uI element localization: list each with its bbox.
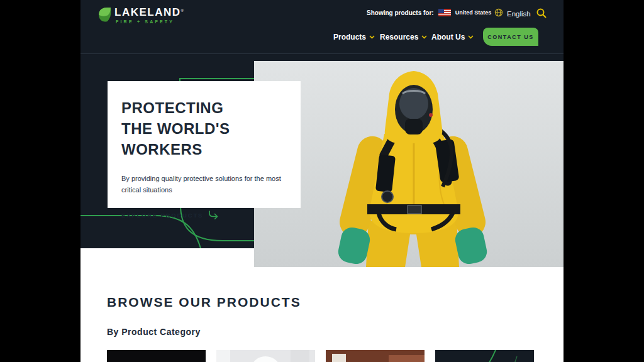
hero-text-card: PROTECTING THE WORLD'S WORKERS By provid…: [108, 81, 301, 208]
nav-item-resources[interactable]: Resources: [380, 33, 427, 41]
language-label: English: [507, 10, 531, 18]
site-header: LAKELAND® FIRE + SAFETY Showing products…: [80, 0, 564, 54]
us-flag-icon: [438, 9, 451, 16]
red-hard-hat-image: [326, 350, 425, 362]
nav-item-about-us[interactable]: About Us: [431, 33, 474, 41]
region-value: United States: [455, 9, 492, 16]
explore-products-link[interactable]: EXPLORE PRODUCTS: [121, 211, 287, 219]
category-card-abstract[interactable]: [435, 350, 534, 362]
arrow-right-icon: [208, 211, 219, 219]
brand-logo[interactable]: LAKELAND® FIRE + SAFETY: [97, 7, 184, 25]
search-icon: [536, 8, 547, 18]
globe-icon: [494, 8, 503, 19]
brand-tagline: FIRE + SAFETY: [116, 19, 184, 24]
chevron-down-icon: [421, 35, 427, 39]
nav-item-products[interactable]: Products: [333, 33, 375, 41]
brand-name: LAKELAND: [114, 6, 181, 18]
region-selector[interactable]: Showing products for: United States: [367, 9, 491, 16]
browse-section-title: BROWSE OUR PRODUCTS: [107, 295, 564, 310]
cleanroom-worker-image: [216, 350, 315, 362]
category-card-fire-service[interactable]: [107, 350, 206, 362]
chevron-down-icon: [369, 35, 375, 39]
hero-subtitle: By providing quality protective solution…: [121, 173, 286, 195]
search-button[interactable]: [536, 8, 547, 18]
category-card-hard-hat[interactable]: [326, 350, 425, 362]
category-card-cleanroom[interactable]: [216, 350, 315, 362]
page: LAKELAND® FIRE + SAFETY Showing products…: [80, 0, 564, 362]
region-label: Showing products for:: [367, 9, 434, 16]
language-selector[interactable]: English: [494, 8, 531, 19]
chevron-down-icon: [468, 35, 474, 39]
hero-title: PROTECTING THE WORLD'S WORKERS: [121, 97, 287, 160]
hero-section: PROTECTING THE WORLD'S WORKERS By provid…: [80, 54, 564, 248]
product-category-cards: [107, 350, 564, 362]
leaf-logo-icon: [97, 7, 112, 25]
browse-subsection-title: By Product Category: [107, 327, 564, 337]
firefighter-helmet-image: [107, 350, 206, 362]
contact-us-button[interactable]: CONTACT US: [483, 28, 538, 46]
registered-mark: ®: [181, 9, 184, 13]
abstract-green-lines-image: [435, 350, 534, 362]
